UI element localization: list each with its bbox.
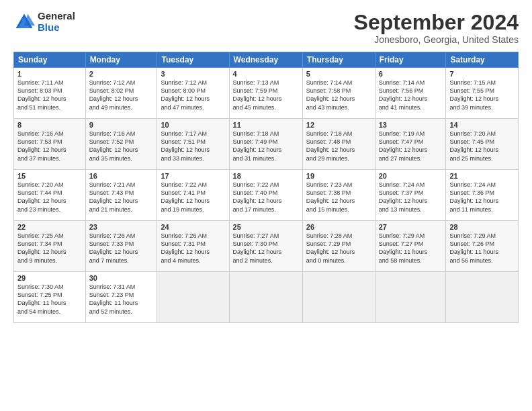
day-number: 30	[89, 274, 154, 282]
day-number: 27	[379, 223, 443, 231]
table-cell: 1 Sunrise: 7:11 AMSunset: 8:03 PMDayligh…	[14, 68, 86, 119]
day-info: Sunrise: 7:13 AMSunset: 7:59 PMDaylight:…	[233, 79, 299, 111]
table-cell: 19 Sunrise: 7:23 AMSunset: 7:38 PMDaylig…	[302, 170, 375, 221]
day-info: Sunrise: 7:26 AMSunset: 7:33 PMDaylight:…	[89, 232, 154, 265]
table-cell: 20 Sunrise: 7:24 AMSunset: 7:37 PMDaylig…	[375, 170, 446, 221]
table-cell: 10 Sunrise: 7:17 AMSunset: 7:51 PMDaylig…	[157, 119, 229, 170]
day-info: Sunrise: 7:19 AMSunset: 7:47 PMDaylight:…	[379, 130, 443, 163]
day-info: Sunrise: 7:12 AMSunset: 8:02 PMDaylight:…	[89, 79, 154, 111]
day-info: Sunrise: 7:23 AMSunset: 7:38 PMDaylight:…	[306, 181, 371, 214]
col-thursday: Thursday	[302, 52, 375, 68]
title-block: September 2024 Jonesboro, Georgia, Unite…	[354, 11, 519, 45]
day-info: Sunrise: 7:24 AMSunset: 7:37 PMDaylight:…	[379, 181, 443, 214]
day-number: 26	[306, 223, 371, 231]
table-cell: 26 Sunrise: 7:28 AMSunset: 7:29 PMDaylig…	[302, 221, 375, 272]
day-info: Sunrise: 7:17 AMSunset: 7:51 PMDaylight:…	[161, 130, 225, 163]
day-number: 14	[449, 121, 515, 129]
day-number: 28	[449, 223, 515, 231]
day-number: 25	[233, 223, 299, 231]
day-info: Sunrise: 7:30 AMSunset: 7:25 PMDaylight:…	[17, 283, 82, 316]
table-cell	[302, 272, 375, 323]
col-tuesday: Tuesday	[157, 52, 229, 68]
table-cell: 6 Sunrise: 7:14 AMSunset: 7:56 PMDayligh…	[375, 68, 446, 119]
day-info: Sunrise: 7:29 AMSunset: 7:26 PMDaylight:…	[449, 232, 515, 265]
day-number: 20	[379, 172, 443, 180]
table-cell: 23 Sunrise: 7:26 AMSunset: 7:33 PMDaylig…	[85, 221, 157, 272]
day-number: 19	[306, 172, 371, 180]
day-number: 18	[233, 172, 299, 180]
table-cell: 30 Sunrise: 7:31 AMSunset: 7:23 PMDaylig…	[85, 272, 157, 323]
day-info: Sunrise: 7:22 AMSunset: 7:41 PMDaylight:…	[161, 181, 225, 214]
day-info: Sunrise: 7:22 AMSunset: 7:40 PMDaylight:…	[233, 181, 299, 214]
logo-icon	[13, 11, 35, 33]
table-cell	[157, 272, 229, 323]
day-info: Sunrise: 7:16 AMSunset: 7:53 PMDaylight:…	[17, 130, 82, 163]
day-info: Sunrise: 7:31 AMSunset: 7:23 PMDaylight:…	[89, 283, 154, 316]
day-info: Sunrise: 7:28 AMSunset: 7:29 PMDaylight:…	[306, 232, 371, 265]
table-cell: 16 Sunrise: 7:21 AMSunset: 7:43 PMDaylig…	[85, 170, 157, 221]
day-info: Sunrise: 7:25 AMSunset: 7:34 PMDaylight:…	[17, 232, 82, 265]
table-cell	[229, 272, 302, 323]
table-cell: 24 Sunrise: 7:26 AMSunset: 7:31 PMDaylig…	[157, 221, 229, 272]
day-number: 13	[379, 121, 443, 129]
table-cell: 8 Sunrise: 7:16 AMSunset: 7:53 PMDayligh…	[14, 119, 86, 170]
day-info: Sunrise: 7:18 AMSunset: 7:48 PMDaylight:…	[306, 130, 371, 163]
day-info: Sunrise: 7:11 AMSunset: 8:03 PMDaylight:…	[17, 79, 82, 111]
table-cell: 13 Sunrise: 7:19 AMSunset: 7:47 PMDaylig…	[375, 119, 446, 170]
day-number: 24	[161, 223, 225, 231]
day-number: 10	[161, 121, 225, 129]
day-number: 4	[233, 70, 299, 78]
table-cell: 21 Sunrise: 7:24 AMSunset: 7:36 PMDaylig…	[446, 170, 519, 221]
day-info: Sunrise: 7:15 AMSunset: 7:55 PMDaylight:…	[449, 79, 515, 111]
table-cell: 22 Sunrise: 7:25 AMSunset: 7:34 PMDaylig…	[14, 221, 86, 272]
day-number: 17	[161, 172, 225, 180]
logo: General Blue	[13, 11, 75, 33]
day-info: Sunrise: 7:26 AMSunset: 7:31 PMDaylight:…	[161, 232, 225, 265]
day-info: Sunrise: 7:29 AMSunset: 7:27 PMDaylight:…	[379, 232, 443, 265]
location: Jonesboro, Georgia, United States	[354, 34, 519, 45]
day-number: 23	[89, 223, 154, 231]
day-info: Sunrise: 7:14 AMSunset: 7:56 PMDaylight:…	[379, 79, 443, 111]
day-number: 8	[17, 121, 82, 129]
day-info: Sunrise: 7:16 AMSunset: 7:52 PMDaylight:…	[89, 130, 154, 163]
day-info: Sunrise: 7:24 AMSunset: 7:36 PMDaylight:…	[449, 181, 515, 214]
day-number: 22	[17, 223, 82, 231]
day-number: 12	[306, 121, 371, 129]
day-number: 5	[306, 70, 371, 78]
month-title: September 2024	[354, 11, 519, 34]
header-row: Sunday Monday Tuesday Wednesday Thursday…	[14, 52, 519, 68]
day-number: 16	[89, 172, 154, 180]
day-number: 9	[89, 121, 154, 129]
col-friday: Friday	[375, 52, 446, 68]
table-cell	[446, 272, 519, 323]
day-info: Sunrise: 7:27 AMSunset: 7:30 PMDaylight:…	[233, 232, 299, 265]
table-cell: 2 Sunrise: 7:12 AMSunset: 8:02 PMDayligh…	[85, 68, 157, 119]
day-number: 21	[449, 172, 515, 180]
day-number: 2	[89, 70, 154, 78]
logo-blue: Blue	[38, 22, 75, 34]
col-sunday: Sunday	[14, 52, 86, 68]
col-monday: Monday	[85, 52, 157, 68]
day-info: Sunrise: 7:14 AMSunset: 7:58 PMDaylight:…	[306, 79, 371, 111]
table-cell: 28 Sunrise: 7:29 AMSunset: 7:26 PMDaylig…	[446, 221, 519, 272]
day-info: Sunrise: 7:20 AMSunset: 7:45 PMDaylight:…	[449, 130, 515, 163]
table-cell: 29 Sunrise: 7:30 AMSunset: 7:25 PMDaylig…	[14, 272, 86, 323]
day-number: 1	[17, 70, 82, 78]
logo-general: General	[38, 11, 75, 22]
table-cell: 4 Sunrise: 7:13 AMSunset: 7:59 PMDayligh…	[229, 68, 302, 119]
calendar-table: Sunday Monday Tuesday Wednesday Thursday…	[13, 52, 519, 323]
day-number: 29	[17, 274, 82, 282]
day-number: 15	[17, 172, 82, 180]
table-cell: 9 Sunrise: 7:16 AMSunset: 7:52 PMDayligh…	[85, 119, 157, 170]
day-number: 6	[379, 70, 443, 78]
table-cell: 17 Sunrise: 7:22 AMSunset: 7:41 PMDaylig…	[157, 170, 229, 221]
table-cell: 5 Sunrise: 7:14 AMSunset: 7:58 PMDayligh…	[302, 68, 375, 119]
day-number: 3	[161, 70, 225, 78]
header: General Blue September 2024 Jonesboro, G…	[13, 11, 519, 45]
table-cell: 18 Sunrise: 7:22 AMSunset: 7:40 PMDaylig…	[229, 170, 302, 221]
day-info: Sunrise: 7:12 AMSunset: 8:00 PMDaylight:…	[161, 79, 225, 111]
table-cell: 3 Sunrise: 7:12 AMSunset: 8:00 PMDayligh…	[157, 68, 229, 119]
table-cell	[375, 272, 446, 323]
day-info: Sunrise: 7:20 AMSunset: 7:44 PMDaylight:…	[17, 181, 82, 214]
table-cell: 27 Sunrise: 7:29 AMSunset: 7:27 PMDaylig…	[375, 221, 446, 272]
